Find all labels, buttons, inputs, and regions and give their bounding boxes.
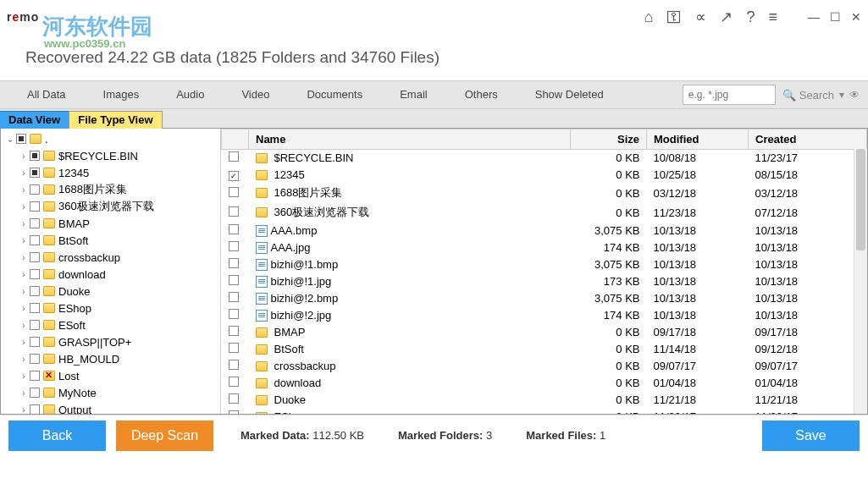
tree-item[interactable]: ›Lost [3, 367, 218, 384]
col-checkbox[interactable] [222, 129, 249, 150]
checkbox[interactable] [229, 171, 239, 181]
filter-documents[interactable]: Documents [288, 80, 381, 109]
tree-item[interactable]: ›download [3, 266, 218, 283]
col-size[interactable]: Size [571, 129, 647, 150]
save-button[interactable]: Save [762, 421, 860, 451]
filter-images[interactable]: Images [85, 80, 158, 109]
checkbox[interactable] [30, 320, 40, 330]
table-row[interactable]: $RECYCLE.BIN0 KB10/08/1811/23/17 [222, 150, 867, 167]
tree-item[interactable]: ›Output [3, 401, 218, 414]
checkbox[interactable] [229, 377, 239, 387]
checkbox[interactable] [30, 218, 40, 228]
checkbox[interactable] [229, 309, 239, 319]
checkbox[interactable] [229, 151, 239, 162]
table-row[interactable]: Duoke0 KB11/21/1811/21/18 [222, 392, 867, 409]
caret-icon[interactable]: ⌄ [4, 135, 16, 144]
table-row[interactable]: BMAP0 KB09/17/1809/17/18 [222, 324, 867, 341]
col-name[interactable]: Name [249, 129, 571, 150]
checkbox[interactable] [229, 258, 239, 268]
tree-item[interactable]: ›360极速浏览器下载 [3, 198, 218, 215]
caret-icon[interactable]: › [18, 168, 30, 178]
checkbox[interactable] [30, 388, 40, 398]
tree-item[interactable]: ›BMAP [3, 215, 218, 232]
key-icon[interactable]: ⚿ [666, 8, 682, 26]
col-created[interactable]: Created [749, 129, 867, 150]
filter-video[interactable]: Video [223, 80, 288, 109]
table-row[interactable]: bizhi@!2.jpg174 KB10/13/1810/13/18 [222, 307, 867, 324]
caret-icon[interactable]: › [18, 185, 30, 195]
minimize-button[interactable]: — [808, 10, 820, 24]
table-row[interactable]: download0 KB01/04/1801/04/18 [222, 375, 867, 392]
caret-icon[interactable]: › [18, 202, 30, 212]
checkbox[interactable] [229, 326, 239, 336]
close-button[interactable]: ✕ [851, 10, 861, 24]
dropdown-arrow-icon[interactable]: ▾ [839, 89, 844, 101]
caret-icon[interactable]: › [18, 405, 30, 415]
caret-icon[interactable]: › [18, 270, 30, 279]
caret-icon[interactable]: › [18, 304, 30, 313]
table-row[interactable]: crossbackup0 KB09/07/1709/07/17 [222, 358, 867, 375]
checkbox[interactable] [229, 224, 239, 234]
menu-icon[interactable]: ≡ [768, 8, 777, 26]
filter-all-data[interactable]: All Data [8, 80, 85, 109]
checkbox[interactable] [229, 360, 239, 370]
tree-item[interactable]: ›GRASP||TOP+ [3, 333, 218, 350]
checkbox[interactable] [30, 235, 40, 245]
deep-scan-button[interactable]: Deep Scan [116, 421, 213, 451]
checkbox[interactable] [30, 286, 40, 296]
folder-tree[interactable]: ⌄ . ›$RECYCLE.BIN›12345›1688图片采集›360极速浏览… [1, 129, 221, 414]
caret-icon[interactable]: › [18, 236, 30, 245]
checkbox[interactable] [30, 303, 40, 313]
col-modified[interactable]: Modified [647, 129, 749, 150]
caret-icon[interactable]: › [18, 287, 30, 296]
filter-email[interactable]: Email [381, 80, 446, 109]
caret-icon[interactable]: › [18, 219, 30, 228]
caret-icon[interactable]: › [18, 321, 30, 330]
checkbox[interactable] [16, 134, 26, 144]
checkbox[interactable] [229, 343, 239, 353]
back-button[interactable]: Back [8, 421, 106, 451]
table-row[interactable]: EShop0 KB11/29/1711/29/17 [222, 409, 867, 415]
checkbox[interactable] [229, 241, 239, 251]
filter-others[interactable]: Others [446, 80, 517, 109]
caret-icon[interactable]: › [18, 355, 30, 364]
caret-icon[interactable]: › [18, 338, 30, 347]
checkbox[interactable] [30, 252, 40, 262]
scroll-thumb[interactable] [856, 149, 865, 250]
checkbox[interactable] [30, 151, 40, 161]
caret-icon[interactable]: › [18, 253, 30, 262]
table-row[interactable]: 123450 KB10/25/1808/15/18 [222, 167, 867, 184]
checkbox[interactable] [30, 354, 40, 364]
checkbox[interactable] [229, 275, 239, 285]
tree-item[interactable]: ›12345 [3, 164, 218, 181]
checkbox[interactable] [30, 404, 40, 414]
table-row[interactable]: 1688图片采集0 KB03/12/1803/12/18 [222, 184, 867, 203]
table-row[interactable]: AAA.bmp3,075 KB10/13/1810/13/18 [222, 223, 867, 239]
table-row[interactable]: BtSoft0 KB11/14/1809/12/18 [222, 341, 867, 358]
export-icon[interactable]: ↗ [720, 8, 733, 26]
tree-item[interactable]: ›BtSoft [3, 232, 218, 249]
tree-item[interactable]: ›EShop [3, 300, 218, 316]
tab-file-type-view[interactable]: File Type View [69, 111, 162, 129]
home-icon[interactable]: ⌂ [644, 8, 654, 26]
filter-audio[interactable]: Audio [158, 80, 223, 109]
checkbox[interactable] [229, 410, 239, 414]
vertical-scrollbar[interactable] [854, 149, 867, 414]
table-row[interactable]: bizhi@!2.bmp3,075 KB10/13/1810/13/18 [222, 290, 867, 307]
checkbox[interactable] [30, 371, 40, 381]
checkbox[interactable] [30, 201, 40, 212]
tree-item[interactable]: ›Duoke [3, 283, 218, 300]
tree-item[interactable]: ›$RECYCLE.BIN [3, 147, 218, 164]
table-row[interactable]: bizhi@!1.jpg173 KB10/13/1810/13/18 [222, 273, 867, 290]
checkbox[interactable] [30, 168, 40, 178]
maximize-button[interactable]: ☐ [830, 10, 841, 24]
caret-icon[interactable]: › [18, 388, 30, 398]
help-icon[interactable]: ? [746, 8, 755, 26]
tree-item[interactable]: ›ESoft [3, 316, 218, 333]
checkbox[interactable] [30, 184, 40, 195]
checkbox[interactable] [229, 206, 239, 217]
preview-eye-icon[interactable]: 👁 [849, 89, 860, 101]
filter-show-deleted[interactable]: Show Deleted [517, 80, 622, 109]
checkbox[interactable] [229, 393, 239, 404]
checkbox[interactable] [229, 187, 239, 197]
